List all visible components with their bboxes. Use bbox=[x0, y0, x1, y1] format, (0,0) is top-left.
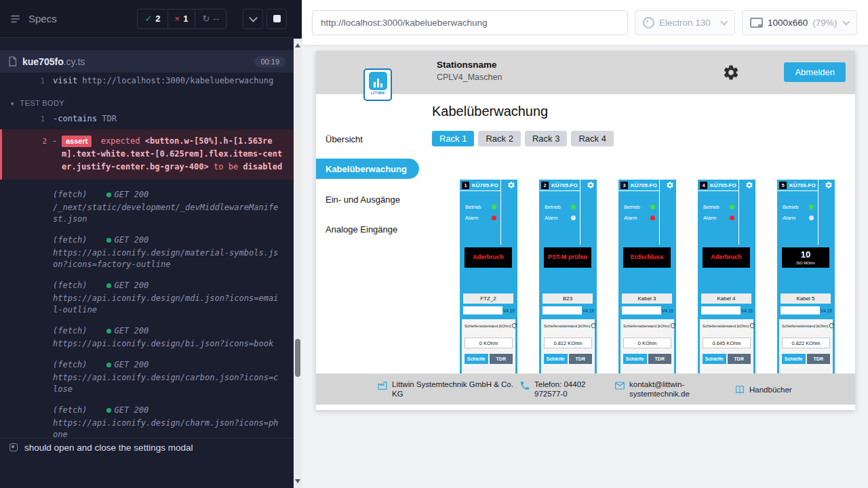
chevron-down-icon bbox=[842, 18, 850, 25]
test-body-toggle[interactable]: ▼TEST BODY bbox=[0, 96, 294, 110]
nav-item-analoge-eingaenge[interactable]: Analoge Eingänge bbox=[316, 219, 419, 239]
scroll-down-arrow[interactable] bbox=[295, 479, 300, 483]
refresh-icon[interactable] bbox=[828, 322, 835, 329]
specs-menu-icon[interactable] bbox=[9, 14, 22, 24]
fetch-log-entry[interactable]: (fetch)GET 200 https://api.iconify.desig… bbox=[0, 235, 290, 270]
stop-button[interactable] bbox=[267, 9, 287, 29]
betrieb-led bbox=[809, 205, 814, 209]
schleife-button[interactable]: Schleife bbox=[623, 354, 647, 364]
status-ok-dot bbox=[106, 408, 111, 413]
tdr-button[interactable]: TDR bbox=[569, 354, 593, 364]
viewport-select[interactable]: 1000x660 (79%) bbox=[742, 10, 857, 35]
scroll-up-arrow[interactable] bbox=[295, 43, 300, 47]
url-input[interactable] bbox=[312, 10, 628, 35]
alarm-led bbox=[492, 216, 496, 220]
device-model: KÜ705-FO bbox=[472, 182, 498, 188]
betrieb-led bbox=[650, 205, 655, 209]
tab-rack-3[interactable]: Rack 3 bbox=[525, 131, 567, 146]
device-gear-icon[interactable] bbox=[587, 181, 595, 189]
status-display: 10ISO MOhm bbox=[782, 247, 829, 268]
test-stats: ✓2 ×1 ↻-- bbox=[137, 9, 226, 29]
firmware-version: V4.19 bbox=[741, 308, 753, 313]
firmware-version: V4.19 bbox=[583, 308, 594, 313]
status-display: Aderbruch bbox=[703, 247, 750, 268]
tdr-button[interactable]: TDR bbox=[490, 354, 513, 364]
fetch-log-entry[interactable]: (fetch)GET 200 /_next/static/development… bbox=[0, 189, 290, 225]
settings-gear-icon[interactable] bbox=[722, 64, 740, 81]
tdr-button[interactable]: TDR bbox=[648, 354, 672, 364]
device-cards: 1KÜ705-FO Betrieb Alarm Aderbruch FTZ_2 … bbox=[460, 180, 835, 373]
blank-field bbox=[622, 306, 661, 314]
stop-icon bbox=[273, 15, 281, 22]
nav-item-uebersicht[interactable]: Übersicht bbox=[316, 129, 419, 149]
tab-rack-2[interactable]: Rack 2 bbox=[478, 131, 520, 146]
spec-duration: 00:19 bbox=[254, 56, 285, 67]
fetch-log-entry[interactable]: (fetch)GET 200 https://api.iconify.desig… bbox=[0, 325, 290, 350]
stat-failed: ×1 bbox=[167, 9, 195, 28]
refresh-icon[interactable] bbox=[749, 322, 755, 329]
device-gear-icon[interactable] bbox=[666, 181, 674, 189]
device-gear-icon[interactable] bbox=[745, 181, 753, 189]
cable-label: B23 bbox=[542, 293, 593, 304]
fetch-log-entry[interactable]: (fetch)GET 200 https://api.iconify.desig… bbox=[0, 280, 290, 316]
schleife-button[interactable]: Schleife bbox=[544, 354, 568, 364]
device-model: KÜ705-FO bbox=[710, 182, 736, 188]
schleife-button[interactable]: Schleife bbox=[465, 354, 488, 364]
device-gear-icon[interactable] bbox=[825, 181, 833, 189]
measurement-panel: Schleifenwiderstand [kOhm] 0.645 KOhm Sc… bbox=[700, 319, 753, 373]
tab-rack-1[interactable]: Rack 1 bbox=[432, 131, 474, 146]
command-contains[interactable]: 1 -contains TDR bbox=[0, 110, 294, 127]
alarm-led bbox=[650, 216, 655, 220]
status-display: PST-M prüfen bbox=[544, 247, 591, 268]
footer-manuals[interactable]: Handbücher bbox=[734, 384, 792, 395]
app-nav: Übersicht Kabelüberwachung Ein- und Ausg… bbox=[316, 94, 419, 373]
footer-phone: Telefon: 04402 972577-0 bbox=[519, 380, 614, 399]
collapse-button[interactable] bbox=[243, 9, 263, 29]
schleife-button[interactable]: Schleife bbox=[703, 354, 726, 364]
refresh-icon[interactable] bbox=[669, 322, 676, 329]
refresh-icon: ↻ bbox=[202, 14, 210, 24]
firmware-version: V4.19 bbox=[821, 308, 832, 313]
specs-link[interactable]: Specs bbox=[28, 13, 57, 24]
failed-assert[interactable]: 2 - assert expected <button.w-[50%].h-[1… bbox=[0, 129, 294, 180]
tab-rack-4[interactable]: Rack 4 bbox=[571, 131, 613, 146]
app-main: Kabelüberwachung Rack 1 Rack 2 Rack 3 Ra… bbox=[419, 94, 855, 410]
schleife-button[interactable]: Schleife bbox=[782, 354, 806, 364]
measurement-panel: Schleifenwiderstand [kOhm] 0 KOhm Schlei… bbox=[462, 319, 515, 373]
fetch-log-entry[interactable]: (fetch)GET 200 https://api.iconify.desig… bbox=[0, 405, 290, 439]
test-icon bbox=[9, 443, 18, 451]
littwin-logo: LITTWIN bbox=[363, 68, 392, 101]
status-display: Aderbruch bbox=[465, 247, 512, 268]
triangle-down-icon: ▼ bbox=[9, 101, 15, 107]
logout-button[interactable]: Abmelden bbox=[784, 62, 846, 82]
status-ok-dot bbox=[106, 329, 111, 333]
tdr-button[interactable]: TDR bbox=[807, 354, 831, 364]
browser-select[interactable]: Electron 130 bbox=[635, 10, 735, 35]
footer-email: kontakt@littwin-systemtechnik.de bbox=[614, 380, 734, 399]
blank-field bbox=[701, 306, 741, 314]
tdr-button[interactable]: TDR bbox=[728, 354, 751, 364]
measurement-panel: Schleifenwiderstand [kOhm] 0.822 KOhm Sc… bbox=[779, 319, 833, 373]
refresh-icon[interactable] bbox=[590, 322, 597, 329]
runner-header: Specs ✓2 ×1 ↻-- bbox=[0, 0, 294, 38]
cable-label: Kabel 4 bbox=[701, 293, 751, 304]
refresh-icon[interactable] bbox=[511, 322, 517, 329]
command-log: kue705fo.cy.ts 00:19 1 visit http://loca… bbox=[0, 38, 294, 439]
alarm-led bbox=[730, 216, 734, 220]
fetch-log-entry[interactable]: (fetch)GET 200 https://api.iconify.desig… bbox=[0, 359, 290, 395]
spec-header[interactable]: kue705fo.cy.ts 00:19 bbox=[0, 50, 294, 73]
nav-item-kabelueberwachung[interactable]: Kabelüberwachung bbox=[316, 159, 419, 179]
command-visit[interactable]: 1 visit http://localhost:3000/kabelueber… bbox=[0, 73, 294, 89]
device-gear-icon[interactable] bbox=[507, 181, 515, 189]
nav-item-ein-und-ausgaenge[interactable]: Ein- und Ausgänge bbox=[316, 189, 419, 209]
app-header: LITTWIN Stationsname CPLV4_Maschen Abmel… bbox=[316, 51, 855, 94]
scrollbar-thumb[interactable] bbox=[295, 339, 300, 377]
x-icon: × bbox=[175, 14, 180, 24]
footer-company: Littwin Systemtechnik GmbH & Co. KG bbox=[377, 380, 519, 399]
next-test-row[interactable]: should open and close the settings modal bbox=[0, 438, 294, 456]
spec-name: kue705fo.cy.ts bbox=[22, 56, 85, 67]
scrollbar-track[interactable] bbox=[294, 39, 302, 488]
rack-tabs: Rack 1 Rack 2 Rack 3 Rack 4 bbox=[432, 131, 614, 146]
logo-building-icon bbox=[369, 72, 387, 90]
device-card-2: 2KÜ705-FO Betrieb Alarm PST-M prüfen B23… bbox=[539, 180, 597, 373]
